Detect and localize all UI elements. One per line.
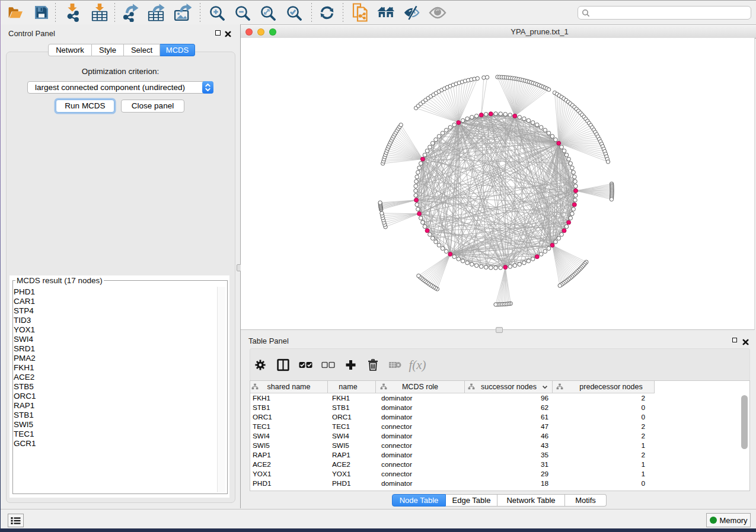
table-cell: YOX1	[250, 469, 328, 479]
mcds-result-scrollbar[interactable]	[217, 287, 225, 492]
tab-select[interactable]: Select	[124, 44, 160, 56]
float-panel-icon[interactable]	[215, 30, 221, 36]
table-row[interactable]: RAP1RAP1dominator352	[250, 450, 749, 460]
mcds-result-item[interactable]: ACE2	[13, 373, 215, 382]
close-table-panel-icon[interactable]	[742, 337, 749, 348]
zoom-selected-icon[interactable]	[285, 4, 302, 21]
mcds-result-item[interactable]: CAR1	[13, 297, 215, 306]
zoom-in-icon[interactable]	[208, 4, 225, 21]
table-row[interactable]: TEC1TEC1connector472	[250, 422, 749, 431]
tab-edge-table[interactable]: Edge Table	[446, 494, 497, 507]
float-table-panel-icon[interactable]	[732, 338, 737, 342]
select-all-columns-icon[interactable]	[298, 361, 313, 368]
table-row[interactable]: ORC1ORC1dominator610	[250, 412, 749, 422]
table-cell: 35	[465, 450, 548, 460]
mcds-result-item[interactable]: SWI4	[13, 335, 215, 344]
network-canvas[interactable]	[241, 38, 755, 330]
tab-network-table[interactable]: Network Table	[497, 494, 565, 507]
toolbar-separator	[55, 3, 56, 22]
mcds-result-item[interactable]: ORC1	[13, 392, 215, 401]
zoom-out-icon[interactable]	[233, 4, 251, 21]
hide-selected-icon[interactable]	[403, 4, 420, 21]
memory-button[interactable]: Memory	[706, 513, 751, 527]
table-cell: 18	[465, 479, 548, 488]
search-icon	[581, 8, 591, 18]
desktop-left-edge	[0, 1, 1, 528]
mcds-result-item[interactable]: PMA2	[13, 354, 215, 363]
table-row[interactable]: STB1STB1dominator620	[250, 403, 749, 412]
mcds-result-item[interactable]: SRD1	[13, 344, 215, 354]
optimization-criterion-select[interactable]: largest connected component (undirected)	[27, 81, 213, 94]
mcds-result-item[interactable]: FKH1	[13, 363, 215, 373]
desktop-wallpaper-strip	[0, 528, 756, 532]
copy-network-icon[interactable]	[352, 4, 369, 21]
network-window-titlebar[interactable]: YPA_prune.txt_1	[241, 25, 756, 39]
table-scrollbar-thumb[interactable]	[741, 395, 748, 449]
mcds-result-item[interactable]: TID3	[13, 316, 215, 325]
table-cell: STB1	[250, 403, 328, 412]
window-minimize-light[interactable]	[257, 28, 264, 36]
table-cell: 1	[553, 469, 645, 479]
run-mcds-button[interactable]: Run MCDS	[56, 100, 114, 113]
tab-style[interactable]: Style	[92, 44, 124, 56]
first-neighbors-icon[interactable]	[377, 4, 395, 21]
close-panel-button[interactable]: Close panel	[121, 100, 184, 113]
table-cell: 43	[465, 441, 548, 450]
table-cell: 29	[465, 469, 548, 479]
table-row[interactable]: SWI4SWI4dominator462	[250, 431, 749, 441]
mcds-result-item[interactable]: STB5	[13, 382, 215, 392]
window-close-light[interactable]	[245, 28, 253, 36]
column-header-predecessor-nodes[interactable]: predecessor nodes	[553, 381, 655, 393]
table-column-icon	[380, 383, 387, 390]
export-image-icon[interactable]	[174, 4, 192, 21]
table-row[interactable]: PHD1PHD1dominator180	[250, 479, 749, 488]
mcds-result-item[interactable]: YOX1	[13, 325, 215, 335]
tab-network[interactable]: Network	[48, 44, 92, 56]
table-row[interactable]: FKH1FKH1dominator962	[250, 393, 749, 403]
task-history-button[interactable]	[8, 514, 24, 527]
table-settings-icon[interactable]	[253, 360, 268, 370]
sort-desc-icon	[542, 385, 548, 389]
mcds-result-item[interactable]: SWI5	[13, 420, 215, 430]
table-cell: ACE2	[328, 460, 376, 469]
import-network-icon[interactable]	[65, 4, 82, 21]
column-header-successor-nodes[interactable]: successor nodes	[465, 381, 553, 393]
show-all-icon[interactable]	[429, 4, 446, 21]
table-row[interactable]: SWI5SWI5connector431	[250, 441, 749, 450]
open-session-icon[interactable]	[7, 4, 24, 21]
tab-node-table[interactable]: Node Table	[392, 494, 446, 507]
mcds-result-item[interactable]: GCR1	[13, 439, 215, 448]
window-zoom-light[interactable]	[269, 28, 276, 36]
network-view-window: YPA_prune.txt_1	[241, 25, 756, 330]
column-header-name[interactable]: name	[328, 381, 376, 393]
export-table-icon[interactable]	[147, 4, 165, 21]
show-columns-icon[interactable]	[275, 358, 291, 371]
search-box[interactable]	[578, 6, 751, 20]
column-header-MCDS-role[interactable]: MCDS role	[376, 381, 465, 393]
mcds-result-item[interactable]: PHD1	[13, 287, 215, 297]
save-session-icon[interactable]	[33, 4, 50, 21]
table-cell: FKH1	[328, 393, 376, 403]
table-row[interactable]: ACE2ACE2connector311	[250, 460, 749, 469]
mcds-result-item[interactable]: RAP1	[13, 401, 215, 411]
unselect-all-columns-icon[interactable]	[320, 361, 336, 368]
status-bar: Memory	[0, 509, 756, 529]
tab-motifs[interactable]: Motifs	[565, 494, 607, 507]
table-cell: TEC1	[250, 422, 328, 431]
add-column-icon[interactable]	[343, 359, 358, 370]
mcds-result-item[interactable]: STB1	[13, 411, 215, 420]
search-input[interactable]	[591, 8, 751, 18]
mcds-result-item[interactable]: STP4	[13, 306, 215, 316]
close-panel-icon[interactable]	[225, 29, 231, 40]
mcds-result-item[interactable]: TEC1	[13, 430, 215, 439]
horizontal-splitter-grip[interactable]	[496, 327, 503, 333]
zoom-fit-icon[interactable]	[259, 4, 276, 21]
import-table-icon[interactable]	[91, 4, 109, 21]
export-network-icon[interactable]	[122, 4, 139, 21]
table-row[interactable]: YOX1YOX1connector291	[250, 469, 749, 479]
tab-mcds[interactable]: MCDS	[160, 44, 195, 56]
refresh-icon[interactable]	[318, 4, 336, 21]
delete-column-icon[interactable]	[365, 359, 381, 371]
column-header-shared-name[interactable]: shared name	[250, 381, 328, 393]
table-cell: 2	[553, 422, 645, 431]
